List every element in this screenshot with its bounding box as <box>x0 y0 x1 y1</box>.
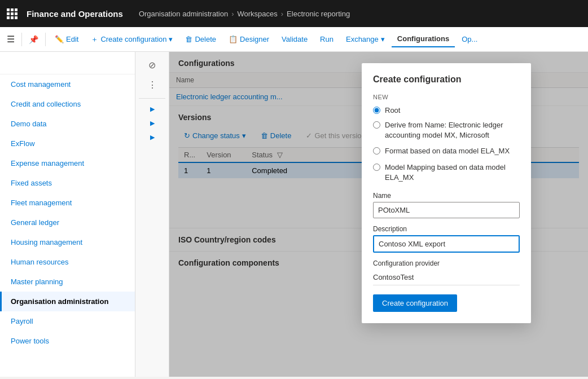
validate-button[interactable]: Validate <box>276 32 313 47</box>
sidebar-item-master-planning[interactable]: Master planning <box>0 272 135 292</box>
sidebar-header <box>0 52 135 74</box>
desc-input[interactable] <box>373 235 520 253</box>
modal-new-label: New <box>373 94 520 100</box>
tree-node-2[interactable]: ▶ <box>148 117 157 129</box>
name-label: Name <box>373 192 520 200</box>
sidebar-item-human-resources[interactable]: Human resources <box>0 252 135 272</box>
provider-label: Configuration provider <box>373 259 520 267</box>
desc-label: Description <box>373 225 520 233</box>
provider-value: ContosoTest <box>373 270 520 285</box>
edit-icon: ✏️ <box>55 35 64 43</box>
tree-divider <box>139 98 165 99</box>
tree-area: ⊘ ⋮ ▶ ▶ ▶ <box>135 52 169 377</box>
app-title: Finance and Operations <box>27 9 123 19</box>
radio-format[interactable]: Format based on data model ELA_MX <box>373 146 520 156</box>
exchange-chevron-icon: ▾ <box>381 35 385 43</box>
config-panel: Configurations Name Description Electron… <box>169 52 588 377</box>
create-icon: ＋ <box>91 34 98 45</box>
sidebar-item-housing[interactable]: Housing management <box>0 232 135 252</box>
sidebar-item-exflow[interactable]: ExFlow <box>0 134 135 153</box>
designer-icon: 📋 <box>229 35 238 43</box>
exchange-button[interactable]: Exchange ▾ <box>340 32 390 47</box>
top-nav: Finance and Operations Organisation admi… <box>0 0 588 27</box>
modal-title: Create configuration <box>373 74 520 85</box>
name-group: Name <box>373 192 520 218</box>
desc-group: Description <box>373 225 520 253</box>
sidebar-item-credit-collections[interactable]: Credit and collections <box>0 94 135 114</box>
run-button[interactable]: Run <box>314 32 339 47</box>
name-input[interactable] <box>373 202 520 218</box>
main-layout: Cost management Credit and collections D… <box>0 52 588 377</box>
radio-derive[interactable]: Derive from Name: Electronic ledger acco… <box>373 120 520 140</box>
sidebar-item-fleet[interactable]: Fleet management <box>0 193 135 213</box>
chevron-down-icon: ▾ <box>169 35 173 43</box>
pin-btn[interactable]: 📌 <box>25 32 42 47</box>
sidebar-item-expense[interactable]: Expense management <box>0 153 135 173</box>
filter-btn[interactable]: ⊘ <box>145 56 159 74</box>
delete-icon: 🗑 <box>185 35 192 43</box>
radio-mapping[interactable]: Model Mapping based on data model ELA_MX <box>373 162 520 183</box>
modal-dialog: Create configuration New Root Derive fro… <box>362 63 531 323</box>
modal-overlay: Create configuration New Root Derive fro… <box>169 52 588 377</box>
sidebar-item-demo-data[interactable]: Demo data <box>0 114 135 134</box>
expand-btn[interactable]: ⋮ <box>144 76 160 94</box>
sidebar-item-fixed-assets[interactable]: Fixed assets <box>0 173 135 193</box>
edit-button[interactable]: ✏️ Edit <box>49 32 84 47</box>
breadcrumb-reporting[interactable]: Electronic reporting <box>287 10 350 18</box>
radio-root[interactable]: Root <box>373 106 520 114</box>
breadcrumb-workspaces[interactable]: Workspaces <box>237 10 277 18</box>
designer-button[interactable]: 📋 Designer <box>223 32 275 47</box>
configurations-button[interactable]: Configurations <box>392 31 455 47</box>
op-button[interactable]: Op... <box>456 32 483 47</box>
sidebar-item-org-admin[interactable]: Organisation administration <box>0 292 135 311</box>
tree-node-3[interactable]: ▶ <box>148 131 157 143</box>
create-config-submit-button[interactable]: Create configuration <box>373 294 457 312</box>
delete-button[interactable]: 🗑 Delete <box>179 32 222 47</box>
sidebar: Cost management Credit and collections D… <box>0 52 135 377</box>
breadcrumb-sep1: › <box>231 10 234 18</box>
sidebar-item-payroll[interactable]: Payroll <box>0 311 135 331</box>
create-config-button[interactable]: ＋ Create configuration ▾ <box>85 31 178 48</box>
radio-group: Root Derive from Name: Electronic ledger… <box>373 106 520 183</box>
grid-icon[interactable] <box>7 8 17 19</box>
sidebar-item-general-ledger[interactable]: General ledger <box>0 213 135 232</box>
tree-node-1[interactable]: ▶ <box>148 103 157 115</box>
sidebar-item-cost-management[interactable]: Cost management <box>0 74 135 94</box>
breadcrumb: Organisation administration › Workspaces… <box>139 10 350 18</box>
breadcrumb-org[interactable]: Organisation administration <box>139 10 228 18</box>
hamburger-btn[interactable]: ☰ <box>3 30 18 48</box>
provider-group: Configuration provider ContosoTest <box>373 259 520 285</box>
toolbar: ☰ 📌 ✏️ Edit ＋ Create configuration ▾ 🗑 D… <box>0 27 588 52</box>
breadcrumb-sep2: › <box>281 10 283 18</box>
sidebar-item-power-tools[interactable]: Power tools <box>0 331 135 351</box>
